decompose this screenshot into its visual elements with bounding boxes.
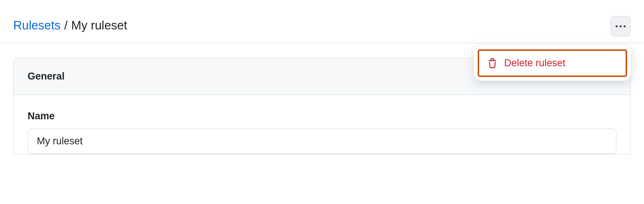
panel-body: Name (14, 95, 630, 154)
trash-icon (487, 58, 498, 68)
kebab-icon (620, 25, 622, 27)
delete-ruleset-label: Delete ruleset (504, 57, 566, 69)
breadcrumb-parent-link[interactable]: Rulesets (13, 18, 60, 32)
kebab-icon (624, 25, 626, 27)
name-input[interactable] (28, 129, 616, 154)
breadcrumb-current: My ruleset (71, 18, 127, 32)
name-field-label: Name (28, 110, 616, 122)
breadcrumb: Rulesets / My ruleset (13, 18, 127, 32)
delete-ruleset-button[interactable]: Delete ruleset (478, 49, 627, 77)
kebab-icon (616, 25, 618, 27)
actions-dropdown: Delete ruleset (474, 46, 631, 81)
breadcrumb-separator: / (64, 18, 67, 32)
more-actions-button[interactable] (611, 16, 631, 36)
page-header: Rulesets / My ruleset (0, 18, 644, 43)
